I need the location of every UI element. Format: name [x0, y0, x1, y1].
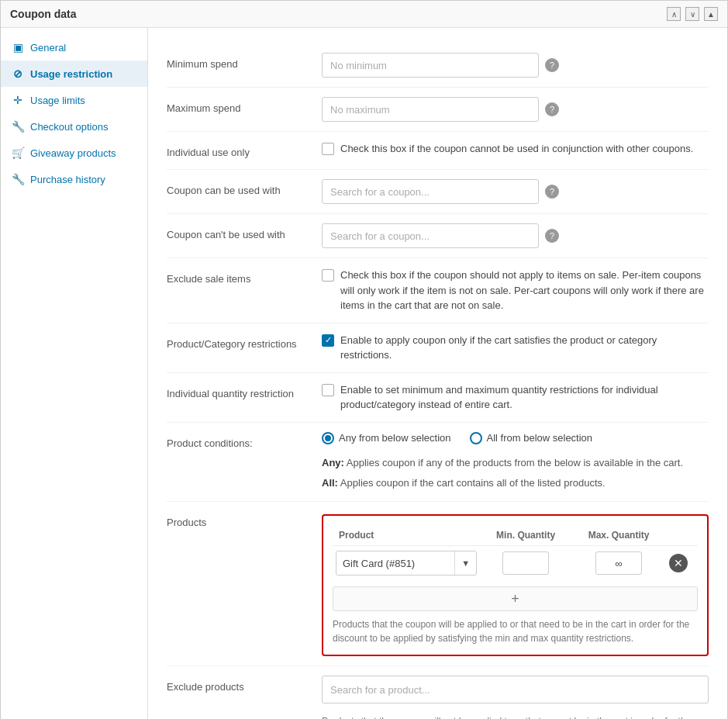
col-product: Product: [333, 525, 480, 546]
exclude-products-input[interactable]: [322, 676, 709, 703]
content-area: Minimum spend ? Maximum spend ? Individu…: [148, 28, 727, 719]
individual-quantity-restriction-checkbox[interactable]: [322, 384, 334, 396]
individual-quantity-restriction-content: Enable to set minimum and maximum quanti…: [322, 382, 709, 413]
sidebar-item-checkout-options[interactable]: 🔧 Checkout options: [1, 113, 147, 140]
exclude-sale-items-content: Check this box if the coupon should not …: [322, 268, 709, 313]
coupon-can-be-used-row: Coupon can be used with ?: [167, 170, 709, 214]
minimum-spend-help-icon[interactable]: ?: [545, 58, 559, 72]
minimum-spend-row: Minimum spend ?: [167, 43, 709, 88]
radio-all-label: All from below selection: [487, 432, 593, 444]
product-conditions-radio-group: Any from below selection All from below …: [322, 432, 592, 444]
sidebar: ▣ General ⊘ Usage restriction ✛ Usage li…: [1, 28, 148, 719]
title-bar-controls: ∧ ∨ ▲: [667, 7, 718, 21]
individual-use-only-checkbox-row: Check this box if the coupon cannot be u…: [322, 141, 693, 157]
radio-any[interactable]: [322, 432, 334, 444]
sidebar-item-checkout-options-label: Checkout options: [30, 121, 108, 133]
coupon-data-window: Coupon data ∧ ∨ ▲ ▣ General ⊘ Usage rest…: [0, 0, 728, 719]
condition-all-text: All: Applies coupon if the cart contains…: [322, 475, 606, 492]
product-category-restrictions-row: Product/Category restrictions ✓ Enable t…: [167, 323, 709, 373]
remove-product-button[interactable]: ✕: [669, 554, 688, 572]
max-quantity-cell: [571, 546, 666, 581]
products-box: Product Min. Quantity Max. Quantity: [322, 514, 709, 656]
title-bar-down-button[interactable]: ∨: [685, 7, 699, 21]
individual-use-only-content: Check this box if the coupon cannot be u…: [322, 141, 709, 157]
coupon-can-be-used-label: Coupon can be used with: [167, 179, 322, 198]
radio-item-all[interactable]: All from below selection: [470, 432, 593, 444]
individual-use-only-label: Individual use only: [167, 141, 322, 160]
product-category-restrictions-content: ✓ Enable to apply coupon only if the car…: [322, 333, 709, 363]
product-category-restrictions-checkbox-row: ✓ Enable to apply coupon only if the car…: [322, 333, 709, 363]
products-table: Product Min. Quantity Max. Quantity: [333, 525, 698, 580]
table-row: Gift Card (#851) ▼: [333, 546, 698, 581]
sidebar-item-purchase-history[interactable]: 🔧 Purchase history: [1, 166, 147, 192]
title-bar-up-button[interactable]: ∧: [667, 7, 681, 21]
coupon-cant-be-used-help-icon[interactable]: ?: [545, 229, 559, 243]
main-layout: ▣ General ⊘ Usage restriction ✛ Usage li…: [1, 28, 727, 719]
exclude-products-row: Exclude products Products that the coupo…: [167, 666, 709, 719]
coupon-can-be-used-input[interactable]: [322, 179, 539, 204]
title-bar-expand-button[interactable]: ▲: [704, 7, 718, 21]
individual-use-only-row: Individual use only Check this box if th…: [167, 132, 709, 170]
maximum-spend-row: Maximum spend ?: [167, 88, 709, 132]
col-min-quantity: Min. Quantity: [480, 525, 571, 546]
coupon-cant-be-used-row: Coupon can't be used with ?: [167, 214, 709, 258]
condition-any-description: Applies coupon if any of the products fr…: [347, 457, 683, 468]
product-conditions-label: Product conditions:: [167, 432, 322, 451]
sidebar-item-usage-restriction[interactable]: ⊘ Usage restriction: [1, 60, 147, 87]
title-bar: Coupon data ∧ ∨ ▲: [1, 1, 727, 28]
product-category-restrictions-label: Product/Category restrictions: [167, 333, 322, 351]
products-content: Product Min. Quantity Max. Quantity: [322, 511, 709, 656]
exclude-sale-items-row: Exclude sale items Check this box if the…: [167, 258, 709, 323]
add-icon: +: [511, 591, 519, 607]
individual-quantity-restriction-label: Individual quantity restriction: [167, 382, 322, 401]
sidebar-item-usage-restriction-label: Usage restriction: [30, 68, 112, 80]
products-table-header-row: Product Min. Quantity Max. Quantity: [333, 525, 698, 546]
product-select[interactable]: Gift Card (#851): [336, 554, 454, 573]
minimum-spend-label: Minimum spend: [167, 53, 322, 71]
radio-all[interactable]: [470, 432, 482, 444]
exclude-sale-items-checkbox[interactable]: [322, 269, 334, 282]
individual-quantity-restriction-row: Individual quantity restriction Enable t…: [167, 373, 709, 423]
sidebar-item-usage-limits[interactable]: ✛ Usage limits: [1, 87, 147, 113]
radio-any-label: Any from below selection: [339, 432, 451, 444]
product-category-restrictions-checkbox[interactable]: ✓: [322, 334, 334, 347]
remove-cell: ✕: [666, 546, 698, 581]
coupon-can-be-used-content: ?: [322, 179, 709, 204]
maximum-spend-help-icon[interactable]: ?: [545, 102, 559, 116]
select-arrow-icon[interactable]: ▼: [454, 551, 476, 575]
coupon-cant-be-used-label: Coupon can't be used with: [167, 223, 322, 242]
exclude-sale-items-label: Exclude sale items: [167, 268, 322, 286]
min-quantity-cell: [480, 546, 571, 581]
giveaway-products-icon: 🛒: [12, 147, 24, 159]
sidebar-item-purchase-history-label: Purchase history: [30, 174, 105, 185]
minimum-spend-content: ?: [322, 53, 709, 78]
purchase-history-icon: 🔧: [12, 173, 24, 185]
coupon-cant-be-used-input[interactable]: [322, 223, 539, 248]
radio-item-any[interactable]: Any from below selection: [322, 432, 451, 444]
max-quantity-input[interactable]: [595, 551, 642, 575]
products-label: Products: [167, 511, 322, 530]
add-product-row-button[interactable]: +: [333, 586, 698, 611]
individual-quantity-restriction-checkbox-row: Enable to set minimum and maximum quanti…: [322, 382, 709, 413]
products-note: Products that the coupon will be applied…: [333, 617, 698, 645]
exclude-products-label: Exclude products: [167, 676, 322, 694]
minimum-spend-input[interactable]: [322, 53, 539, 78]
maximum-spend-content: ?: [322, 97, 709, 122]
individual-use-only-description: Check this box if the coupon cannot be u…: [340, 141, 693, 157]
sidebar-item-giveaway-products-label: Giveaway products: [30, 147, 116, 159]
min-quantity-input[interactable]: [502, 551, 549, 575]
coupon-can-be-used-help-icon[interactable]: ?: [545, 185, 559, 199]
product-conditions-row: Product conditions: Any from below selec…: [167, 423, 709, 503]
sidebar-item-giveaway-products[interactable]: 🛒 Giveaway products: [1, 140, 147, 166]
maximum-spend-label: Maximum spend: [167, 97, 322, 116]
col-actions: [666, 525, 698, 546]
product-select-cell: Gift Card (#851) ▼: [333, 546, 480, 581]
sidebar-item-general[interactable]: ▣ General: [1, 34, 147, 60]
maximum-spend-input[interactable]: [322, 97, 539, 122]
product-category-restrictions-description: Enable to apply coupon only if the cart …: [340, 333, 709, 363]
exclude-sale-items-checkbox-row: Check this box if the coupon should not …: [322, 268, 709, 313]
individual-use-only-checkbox[interactable]: [322, 143, 334, 155]
coupon-cant-be-used-content: ?: [322, 223, 709, 248]
condition-all-description: Applies coupon if the cart contains all …: [340, 477, 606, 489]
window-title: Coupon data: [10, 8, 77, 20]
